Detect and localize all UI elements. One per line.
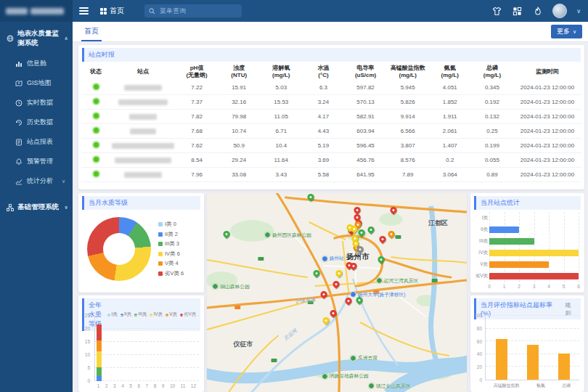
map-poi-label: 瓜洲古渡 [350,354,377,362]
station-marker-green[interactable] [377,256,384,263]
status-dot-normal [92,141,100,149]
menu-toggle-icon[interactable] [73,0,94,22]
tab-home[interactable]: 首页 [81,22,102,41]
sidebar-group-base-management[interactable]: 基础管理系统 ∨ [0,195,73,218]
chevron-down-icon: ∨ [573,29,576,35]
station-name-redacted [124,172,162,178]
more-button[interactable]: 更多 ∨ [551,25,582,38]
station-name-redacted [118,99,168,105]
bar [489,273,579,279]
bar-track [489,273,579,279]
status-dot-normal [92,97,100,105]
value-cell: 4.43 [302,124,344,139]
value-cell: 11.64 [260,153,302,168]
menu-search[interactable] [144,4,242,17]
table-row[interactable]: 7.9633.083.435.58641.957.893.0640.892024… [81,168,581,182]
sidebar-item-3[interactable]: 实时数据 [0,93,73,113]
station-marker-green[interactable] [359,229,365,236]
station-marker-red[interactable] [350,263,356,269]
sidebar-item-2[interactable]: GIS地图 [0,73,73,93]
x-tick: 高锰酸盐指数 [494,383,520,390]
station-marker-red[interactable] [354,207,360,213]
value-cell: 0.2 [429,153,471,168]
station-marker-orange[interactable] [388,231,394,237]
station-marker-red[interactable] [332,281,339,287]
x-tick: 4 [547,284,550,289]
value-cell: 50.9 [218,139,260,153]
value-cell: 6.566 [387,124,429,139]
x-axis-labels: 123456789101112 [94,383,199,391]
station-name-redacted [115,158,171,163]
sidebar-item-1[interactable]: 信息舱 [0,54,73,73]
value-cell: 15.53 [260,95,302,110]
station-map-panel: 扬州市江都区仪征市沪陕高速古运河扬州站扬州西区森林公园铜山森林公园运河三湾风景区… [207,193,467,392]
station-marker-red[interactable] [380,236,386,242]
station-marker-yellow[interactable] [335,270,342,277]
bar-track [489,226,579,233]
station-marker-yellow[interactable] [322,317,329,324]
sidebar-item-6[interactable]: 预警管理 [0,152,73,171]
x-tick: 5 [129,383,132,391]
globe-icon [6,35,14,43]
sidebar-item-4[interactable]: 历史数据 [0,113,73,132]
hbar-row: IV类 [475,247,579,258]
topbar-actions: ∨ [491,4,588,18]
layout-icon[interactable] [512,6,523,17]
station-marker-red[interactable] [346,298,352,304]
horizontal-bar-chart: I类II类III类IV类V类劣V类 [475,212,579,282]
x-tick: 2 [105,383,108,391]
y-axis-labels: 0510152025 [78,316,93,381]
theme-shirt-icon[interactable] [491,6,502,17]
table-column-header: 浊度(NTU) [218,63,260,81]
table-row[interactable]: 7.2215.915.036.3597.825.9454.0510.345202… [81,81,581,95]
station-marker-yellow[interactable] [351,226,357,232]
breadcrumb[interactable]: 首页 [100,6,124,16]
station-marker-green[interactable] [356,297,363,303]
station-marker-green[interactable] [223,231,229,237]
x-tick: 10 [170,383,175,391]
station-name-cell [110,168,176,182]
station-marker-green[interactable] [314,270,320,277]
bar-segment [97,324,102,340]
value-cell: 0.25 [471,124,513,139]
station-table: 状态站点pH值(无量纲)浊度(NTU)溶解氧(mg/L)水温(°C)电导率(uS… [81,63,581,182]
station-marker-red[interactable] [330,310,336,317]
table-row[interactable]: 8.5429.2411.643.69456.768.5760.20.055202… [81,153,581,168]
value-cell: 79.98 [218,110,260,124]
x-tick: 7 [146,383,149,391]
sidebar-item-5[interactable]: 站点报表 [0,132,73,152]
y-tick: 80 [477,326,482,331]
station-marker-green[interactable] [367,226,374,233]
station-marker-green[interactable] [308,194,314,200]
table-column-header: 水温(°C) [302,63,344,81]
table-column-header: 状态 [81,63,110,81]
poi-text: 扬州大学(扬子津校区) [358,291,406,298]
sidebar-item-7[interactable]: 统计分析∨ [0,171,73,191]
station-marker-red[interactable] [321,291,327,298]
status-dot-normal [92,155,100,163]
sidebar-item-label: 实时数据 [27,98,53,107]
bar [489,261,549,268]
table-row[interactable]: 7.3732.1615.533.24570.135.8261.8520.1922… [81,95,581,110]
legend-swatch [158,261,163,266]
tab-bar: 首页 更多 ∨ [73,22,588,42]
value-cell: 9.914 [387,110,429,124]
map-road-label: 沪陕高速 [295,295,317,305]
search-input[interactable] [158,7,237,15]
station-marker-red[interactable] [391,207,397,213]
bar-track [489,261,579,268]
park-poi-icon [212,283,219,290]
chevron-down-icon[interactable]: ∨ [576,8,581,15]
x-axis-labels: 0123456 [489,284,579,291]
poi-text: 运河三湾风景区 [384,277,419,285]
table-row[interactable]: 7.6250.910.45.19596.453.8071.4070.199202… [81,139,581,153]
station-marker-gray[interactable] [357,246,364,253]
flame-icon[interactable] [532,6,543,17]
avatar[interactable] [552,4,567,18]
station-hourly-panel: 站点时报 状态站点pH值(无量纲)浊度(NTU)溶解氧(mg/L)水温(°C)电… [78,45,584,189]
table-row[interactable]: 7.8279.9811.054.17582.919.9141.9110.1322… [81,110,581,124]
y-tick: 5 [87,365,90,370]
legend-swatch [158,252,163,256]
table-row[interactable]: 7.6810.746.714.43603.946.5662.0610.25202… [81,124,581,139]
sidebar-group-surface-water-system[interactable]: 地表水质量监测系统 ∧ [0,22,73,54]
